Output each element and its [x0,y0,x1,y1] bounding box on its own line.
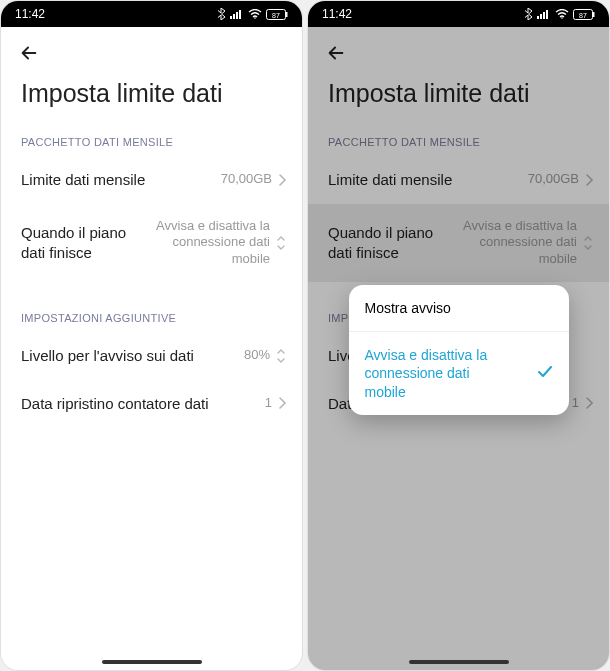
svg-rect-6 [286,12,288,17]
battery-icon: 87 [266,9,288,20]
updown-icon [276,348,286,364]
popup-option-disable-data[interactable]: Avvisa e disattiva la connessione dati m… [349,331,569,415]
svg-rect-1 [233,14,235,19]
svg-text:87: 87 [579,11,587,18]
svg-rect-3 [239,10,241,19]
status-time: 11:42 [322,7,352,21]
row-plan-end[interactable]: Quando il piano dati finisce Avvisa e di… [1,204,302,283]
row-warn-level[interactable]: Livello per l'avviso sui dati 80% [1,332,302,380]
status-right: 87 [217,8,288,20]
row-limit[interactable]: Limite dati mensile 70,00GB [1,156,302,204]
svg-rect-0 [230,16,232,19]
battery-icon: 87 [573,9,595,20]
bluetooth-icon [217,8,226,20]
svg-rect-10 [543,12,545,19]
row-reset-label: Data ripristino contatore dati [21,394,265,414]
back-button[interactable] [17,41,41,65]
row-plan-end-label: Quando il piano dati finisce [21,223,140,262]
row-warn-level-label: Livello per l'avviso sui dati [21,346,244,366]
plan-end-popup: Mostra avviso Avvisa e disattiva la conn… [349,285,569,415]
topbar [1,27,302,69]
page-title: Imposta limite dati [1,69,302,126]
signal-icon [230,9,244,19]
svg-rect-2 [236,12,238,19]
row-warn-level-value: 80% [244,347,270,364]
chevron-right-icon [278,174,286,186]
svg-point-4 [254,17,256,19]
popup-option2-label: Avvisa e disattiva la connessione dati m… [365,346,515,401]
home-indicator[interactable] [409,660,509,664]
updown-icon [276,235,286,251]
row-reset-value: 1 [265,395,272,412]
svg-rect-8 [537,16,539,19]
status-bar: 11:42 87 [308,1,609,27]
section-additional: IMPOSTAZIONI AGGIUNTIVE [1,302,302,332]
bluetooth-icon [524,8,533,20]
chevron-right-icon [278,397,286,409]
home-indicator[interactable] [102,660,202,664]
svg-rect-9 [540,14,542,19]
status-right: 87 [524,8,595,20]
status-bar: 11:42 87 [1,1,302,27]
wifi-icon [555,9,569,19]
section-package: PACCHETTO DATI MENSILE [1,126,302,156]
check-icon [537,364,553,382]
signal-icon [537,9,551,19]
phone-left: 11:42 87 Imposta limite dati PACCHETTO D… [0,0,303,671]
wifi-icon [248,9,262,19]
svg-point-12 [561,17,563,19]
svg-rect-14 [593,12,595,17]
popup-option-show-warning[interactable]: Mostra avviso [349,285,569,331]
row-limit-value: 70,00GB [221,171,272,188]
svg-rect-11 [546,10,548,19]
svg-text:87: 87 [272,11,280,18]
row-limit-label: Limite dati mensile [21,170,221,190]
status-time: 11:42 [15,7,45,21]
row-reset[interactable]: Data ripristino contatore dati 1 [1,380,302,428]
phone-right: 11:42 87 Imposta limite dati PACCHETTO D… [307,0,610,671]
popup-option1-label: Mostra avviso [365,299,451,317]
row-plan-end-value: Avvisa e disattiva la connessione dati m… [140,218,270,269]
